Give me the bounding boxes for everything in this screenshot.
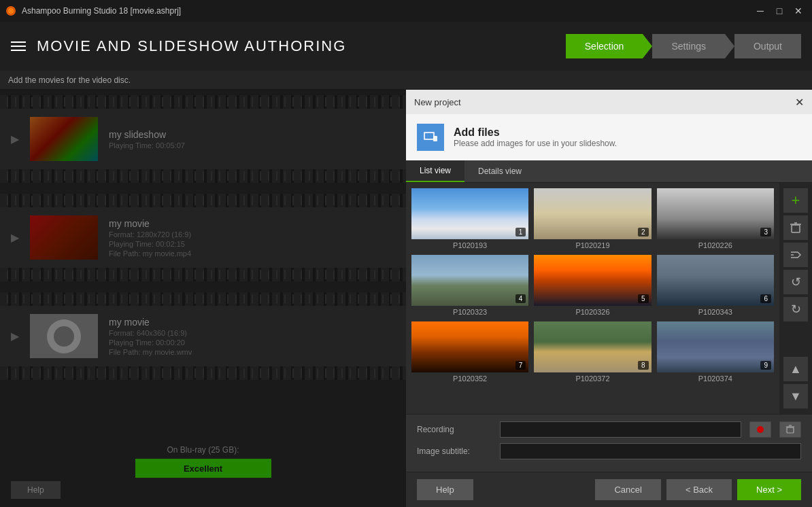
- grid-area: 1 P1020193 2 P1020219 3 P1020226 4 P1020…: [406, 183, 812, 414]
- move-up-button[interactable]: ▲: [783, 357, 808, 381]
- image-item-6[interactable]: 6 P1020343: [657, 255, 774, 316]
- title-bar: Ashampoo Burning Studio 18 [movie.ashprj…: [0, 0, 812, 22]
- dialog-help-button[interactable]: Help: [417, 479, 473, 500]
- image-item-8[interactable]: 8 P1020372: [534, 321, 651, 383]
- add-files-icon: [417, 124, 444, 151]
- svg-point-8: [757, 426, 764, 433]
- next-button[interactable]: Next >: [737, 479, 801, 500]
- recording-input[interactable]: [500, 421, 741, 438]
- subtitle-text: Add the movies for the video disc.: [8, 75, 131, 85]
- subtitle-row: Image subtitle:: [417, 443, 801, 459]
- image-label-1: P1020193: [411, 241, 528, 249]
- image-label-9: P1020374: [657, 374, 774, 383]
- main-content: ▶ my slideshow Playing Time: 00:05:07 ▶: [0, 90, 812, 507]
- dialog-actions: Help Cancel < Back Next >: [406, 472, 812, 507]
- maximize-button[interactable]: □: [771, 3, 788, 19]
- dialog-bottom: Recording Image subtitle:: [406, 414, 812, 472]
- grid-sidebar: + ↺ ↻ ▲ ▼: [779, 183, 812, 414]
- minimize-button[interactable]: ─: [752, 3, 768, 19]
- shuffle-button[interactable]: [783, 243, 808, 267]
- image-label-4: P1020323: [411, 308, 528, 316]
- step-selection[interactable]: Selection: [566, 34, 643, 58]
- image-item-3[interactable]: 3 P1020226: [657, 188, 774, 249]
- app-subtitle: Add the movies for the video disc.: [0, 71, 812, 90]
- image-label-3: P1020226: [657, 241, 774, 249]
- close-button[interactable]: ✕: [790, 3, 807, 19]
- image-item-9[interactable]: 9 P1020374: [657, 321, 774, 383]
- image-label-7: P1020352: [411, 374, 528, 383]
- dialog-header-text: Add files Please add images for use in y…: [454, 126, 617, 148]
- recording-delete-button[interactable]: [779, 421, 801, 438]
- dialog-title: New project: [414, 97, 461, 107]
- image-item-5[interactable]: 5 P1020326: [534, 255, 651, 316]
- delete-button[interactable]: [783, 215, 808, 240]
- recording-row: Recording: [417, 421, 801, 438]
- app-title: MOVIE AND SLIDESHOW AUTHORING: [37, 37, 346, 55]
- svg-rect-9: [787, 427, 794, 433]
- image-label-2: P1020219: [534, 241, 651, 249]
- dialog-header-subtitle: Please add images for use in your slides…: [454, 139, 617, 148]
- image-grid-container: 1 P1020193 2 P1020219 3 P1020226 4 P1020…: [406, 183, 779, 414]
- tab-list-view[interactable]: List view: [406, 160, 464, 182]
- image-item-7[interactable]: 7 P1020352: [411, 321, 528, 383]
- title-bar-text: Ashampoo Burning Studio 18 [movie.ashprj…: [22, 6, 181, 16]
- recording-label: Recording: [417, 425, 492, 434]
- image-item-1[interactable]: 1 P1020193: [411, 188, 528, 249]
- step-arrow-1: [643, 34, 652, 58]
- step-settings[interactable]: Settings: [652, 34, 725, 58]
- cancel-button[interactable]: Cancel: [595, 479, 660, 500]
- image-label-8: P1020372: [534, 374, 651, 383]
- dialog-header: Add files Please add images for use in y…: [406, 114, 812, 160]
- svg-rect-3: [425, 133, 433, 139]
- move-down-button[interactable]: ▼: [783, 384, 808, 408]
- svg-rect-4: [433, 136, 437, 141]
- tab-details-view[interactable]: Details view: [464, 160, 535, 182]
- svg-rect-5: [792, 225, 800, 232]
- app-header: MOVIE AND SLIDESHOW AUTHORING Selection …: [0, 22, 812, 71]
- image-item-4[interactable]: 4 P1020323: [411, 255, 528, 316]
- dialog-header-title: Add files: [454, 126, 617, 139]
- subtitle-input[interactable]: [500, 443, 801, 459]
- dialog-title-bar: New project ✕: [406, 90, 812, 114]
- view-tabs: List view Details view: [406, 160, 812, 183]
- image-item-2[interactable]: 2 P1020219: [534, 188, 651, 249]
- step-arrow-2: [725, 34, 734, 58]
- add-files-dialog: New project ✕ Add files Please add image…: [406, 90, 812, 507]
- add-button[interactable]: +: [783, 188, 808, 213]
- dialog-close-button[interactable]: ✕: [795, 96, 804, 109]
- menu-icon[interactable]: [11, 41, 26, 51]
- back-button[interactable]: < Back: [666, 479, 732, 500]
- image-label-6: P1020343: [657, 308, 774, 316]
- svg-point-1: [8, 8, 14, 14]
- nav-steps: Selection Settings Output: [566, 34, 801, 58]
- app-icon: [5, 5, 16, 16]
- step-output[interactable]: Output: [734, 34, 801, 58]
- rotate-left-button[interactable]: ↺: [783, 270, 808, 294]
- rotate-right-button[interactable]: ↻: [783, 297, 808, 321]
- image-grid: 1 P1020193 2 P1020219 3 P1020226 4 P1020…: [411, 188, 774, 383]
- recording-record-button[interactable]: [749, 421, 771, 438]
- image-label-5: P1020326: [534, 308, 651, 316]
- subtitle-label: Image subtitle:: [417, 447, 492, 456]
- window-controls: ─ □ ✕: [752, 3, 807, 19]
